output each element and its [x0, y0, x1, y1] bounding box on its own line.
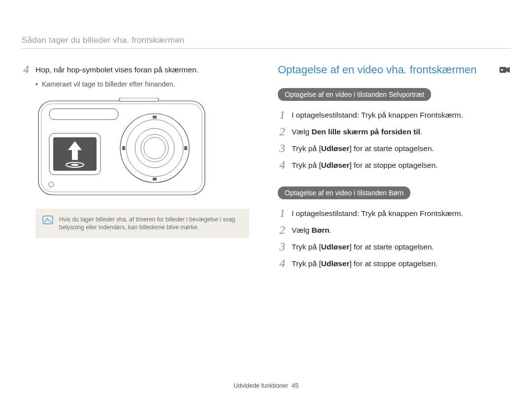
step-number: 1 — [278, 109, 287, 121]
svg-rect-17 — [184, 146, 187, 150]
step-text: Vælg Børn. — [292, 224, 332, 236]
section-header: Sådan tager du billeder vha. frontskærme… — [22, 35, 510, 49]
step-text: Hop, når hop-symbolet vises foran på skæ… — [35, 63, 199, 75]
page-footer: Udvidede funktioner 45 — [0, 382, 532, 389]
subsection-pill-selfportrait: Optagelse af en video i tilstanden Selvp… — [278, 88, 431, 101]
step-number: 3 — [278, 241, 287, 252]
two-column-layout: 4 Hop, når hop-symbolet vises foran på s… — [22, 63, 510, 285]
video-mode-icon — [499, 66, 510, 74]
step-number: 4 — [278, 159, 287, 171]
step-b2: 2 Vælg Børn. — [278, 224, 510, 236]
step-number: 4 — [278, 257, 287, 269]
step-number: 2 — [278, 224, 287, 236]
step-4: 4 Hop, når hop-symbolet vises foran på s… — [22, 63, 254, 75]
step-text: I optagelsestilstand: Tryk på knappen Fr… — [292, 109, 463, 121]
step-text: Tryk på [Udløser] for at stoppe optagels… — [292, 159, 438, 171]
camera-illustration — [35, 98, 208, 198]
footer-label: Udvidede funktioner — [233, 382, 288, 389]
selfportrait-section: Optagelse af en video i tilstanden Selvp… — [278, 88, 510, 171]
bullet-note: • Kameraet vil tage to billeder efter hi… — [35, 80, 254, 88]
right-heading: Optagelse af en video vha. frontskærmen — [278, 63, 510, 76]
note-text: Hvis du tager billeder vha. af timeren f… — [59, 216, 242, 231]
step-number: 3 — [278, 142, 287, 154]
svg-point-8 — [71, 164, 79, 166]
svg-point-22 — [501, 69, 503, 71]
note-box: Hvis du tager billeder vha. af timeren f… — [35, 209, 249, 238]
svg-rect-14 — [153, 116, 157, 119]
step-b1: 1 I optagelsestilstand: Tryk på knappen … — [278, 207, 510, 219]
step-a3: 3 Tryk på [Udløser] for at starte optage… — [278, 142, 510, 154]
step-b3: 3 Tryk på [Udløser] for at starte optage… — [278, 241, 510, 252]
step-a4: 4 Tryk på [Udløser] for at stoppe optage… — [278, 159, 510, 171]
step-text: Vælg Den lille skærm på forsiden til. — [292, 125, 422, 137]
step-text: I optagelsestilstand: Tryk på knappen Fr… — [292, 207, 463, 219]
left-column: 4 Hop, når hop-symbolet vises foran på s… — [22, 63, 254, 285]
bullet-dot-icon: • — [35, 80, 38, 88]
right-heading-text: Optagelse af en video vha. frontskærmen — [278, 63, 477, 76]
step-b4: 4 Tryk på [Udløser] for at stoppe optage… — [278, 257, 510, 269]
svg-rect-2 — [119, 98, 159, 101]
svg-marker-21 — [506, 67, 510, 73]
step-a2: 2 Vælg Den lille skærm på forsiden til. — [278, 125, 510, 137]
subsection-pill-children: Optagelse af en video i tilstanden Børn — [278, 186, 410, 199]
note-icon — [42, 216, 53, 224]
children-section: Optagelse af en video i tilstanden Børn … — [278, 186, 510, 269]
step-number: 1 — [278, 207, 287, 219]
svg-rect-15 — [153, 178, 157, 181]
footer-page-number: 45 — [292, 382, 299, 389]
step-a1: 1 I optagelsestilstand: Tryk på knappen … — [278, 109, 510, 121]
step-number: 4 — [22, 63, 31, 75]
bullet-text: Kameraet vil tage to billeder efter hina… — [42, 80, 175, 88]
step-text: Tryk på [Udløser] for at starte optagels… — [292, 241, 434, 252]
svg-point-9 — [120, 114, 189, 183]
right-column: Optagelse af en video vha. frontskærmen … — [278, 63, 510, 285]
step-text: Tryk på [Udløser] for at starte optagels… — [292, 142, 434, 154]
step-number: 2 — [278, 125, 287, 137]
manual-page: Sådan tager du billeder vha. frontskærme… — [0, 0, 532, 285]
svg-rect-19 — [43, 216, 53, 224]
svg-rect-3 — [49, 109, 118, 120]
svg-rect-16 — [122, 146, 125, 150]
step-text: Tryk på [Udløser] for at stoppe optagels… — [292, 257, 438, 269]
